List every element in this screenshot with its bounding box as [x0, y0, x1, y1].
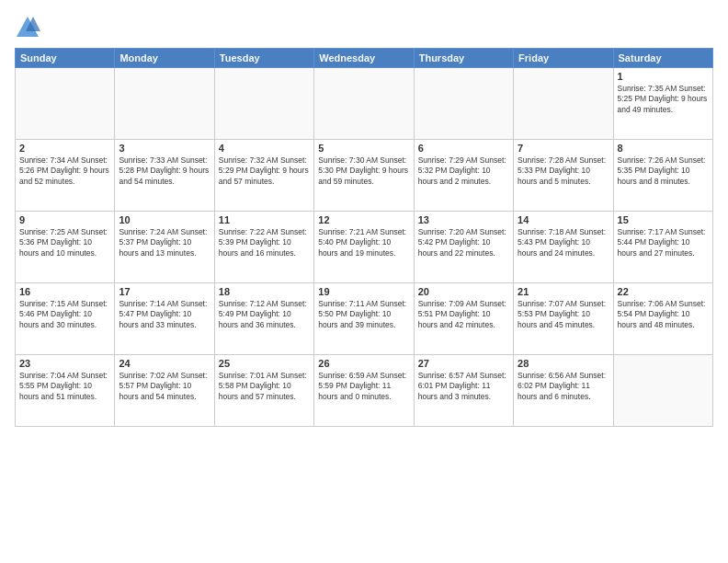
week-row: 16Sunrise: 7:15 AM Sunset: 5:46 PM Dayli… — [16, 283, 713, 355]
logo-icon — [15, 15, 40, 40]
day-number: 8 — [618, 143, 709, 154]
calendar-cell: 26Sunrise: 6:59 AM Sunset: 5:59 PM Dayli… — [314, 355, 414, 427]
day-info: Sunrise: 7:14 AM Sunset: 5:47 PM Dayligh… — [119, 299, 210, 330]
calendar-table: SundayMondayTuesdayWednesdayThursdayFrid… — [15, 48, 713, 427]
day-info: Sunrise: 7:02 AM Sunset: 5:57 PM Dayligh… — [119, 371, 210, 402]
day-number: 21 — [518, 286, 609, 297]
weekday-header: Saturday — [613, 49, 712, 68]
day-info: Sunrise: 6:56 AM Sunset: 6:02 PM Dayligh… — [518, 371, 609, 402]
week-row: 2Sunrise: 7:34 AM Sunset: 5:26 PM Daylig… — [16, 140, 713, 212]
day-info: Sunrise: 7:25 AM Sunset: 5:36 PM Dayligh… — [19, 227, 110, 259]
calendar-cell: 18Sunrise: 7:12 AM Sunset: 5:49 PM Dayli… — [214, 283, 313, 355]
calendar-cell: 2Sunrise: 7:34 AM Sunset: 5:26 PM Daylig… — [16, 140, 115, 212]
calendar-cell: 20Sunrise: 7:09 AM Sunset: 5:51 PM Dayli… — [414, 283, 513, 355]
day-info: Sunrise: 7:01 AM Sunset: 5:58 PM Dayligh… — [219, 371, 310, 402]
day-info: Sunrise: 7:15 AM Sunset: 5:46 PM Dayligh… — [19, 299, 110, 330]
day-number: 2 — [19, 143, 110, 154]
weekday-row: SundayMondayTuesdayWednesdayThursdayFrid… — [16, 49, 713, 68]
calendar-cell: 13Sunrise: 7:20 AM Sunset: 5:42 PM Dayli… — [414, 212, 513, 283]
logo — [15, 15, 44, 40]
day-number: 14 — [518, 214, 609, 225]
calendar-cell — [613, 355, 712, 427]
day-number: 16 — [19, 286, 110, 297]
calendar-page: SundayMondayTuesdayWednesdayThursdayFrid… — [0, 0, 728, 563]
day-number: 19 — [318, 286, 409, 297]
day-info: Sunrise: 7:28 AM Sunset: 5:33 PM Dayligh… — [518, 155, 609, 187]
calendar-cell: 3Sunrise: 7:33 AM Sunset: 5:28 PM Daylig… — [115, 140, 214, 212]
day-info: Sunrise: 7:34 AM Sunset: 5:26 PM Dayligh… — [19, 155, 110, 187]
calendar-cell: 6Sunrise: 7:29 AM Sunset: 5:32 PM Daylig… — [414, 140, 513, 212]
calendar-cell — [115, 68, 214, 140]
day-info: Sunrise: 7:12 AM Sunset: 5:49 PM Dayligh… — [219, 299, 310, 330]
week-row: 9Sunrise: 7:25 AM Sunset: 5:36 PM Daylig… — [16, 212, 713, 283]
weekday-header: Friday — [514, 49, 613, 68]
day-number: 28 — [518, 358, 609, 369]
calendar-cell: 11Sunrise: 7:22 AM Sunset: 5:39 PM Dayli… — [214, 212, 313, 283]
calendar-cell — [514, 68, 613, 140]
weekday-header: Tuesday — [214, 49, 313, 68]
calendar-cell: 7Sunrise: 7:28 AM Sunset: 5:33 PM Daylig… — [514, 140, 613, 212]
calendar-cell: 21Sunrise: 7:07 AM Sunset: 5:53 PM Dayli… — [514, 283, 613, 355]
day-info: Sunrise: 7:09 AM Sunset: 5:51 PM Dayligh… — [418, 299, 509, 330]
calendar-cell: 25Sunrise: 7:01 AM Sunset: 5:58 PM Dayli… — [214, 355, 313, 427]
day-number: 4 — [219, 143, 310, 154]
day-number: 23 — [19, 358, 110, 369]
day-info: Sunrise: 7:06 AM Sunset: 5:54 PM Dayligh… — [618, 299, 709, 330]
day-number: 6 — [418, 143, 509, 154]
weekday-header: Wednesday — [314, 49, 414, 68]
calendar-cell: 17Sunrise: 7:14 AM Sunset: 5:47 PM Dayli… — [115, 283, 214, 355]
calendar-cell: 22Sunrise: 7:06 AM Sunset: 5:54 PM Dayli… — [613, 283, 712, 355]
calendar-cell: 4Sunrise: 7:32 AM Sunset: 5:29 PM Daylig… — [214, 140, 313, 212]
calendar-cell — [414, 68, 513, 140]
day-number: 5 — [318, 143, 409, 154]
day-info: Sunrise: 7:22 AM Sunset: 5:39 PM Dayligh… — [219, 227, 310, 259]
calendar-cell: 15Sunrise: 7:17 AM Sunset: 5:44 PM Dayli… — [613, 212, 712, 283]
calendar-cell: 24Sunrise: 7:02 AM Sunset: 5:57 PM Dayli… — [115, 355, 214, 427]
day-number: 15 — [618, 214, 709, 225]
week-row: 1Sunrise: 7:35 AM Sunset: 5:25 PM Daylig… — [16, 68, 713, 140]
day-info: Sunrise: 7:21 AM Sunset: 5:40 PM Dayligh… — [318, 227, 409, 259]
calendar-cell: 1Sunrise: 7:35 AM Sunset: 5:25 PM Daylig… — [613, 68, 712, 140]
calendar-cell: 5Sunrise: 7:30 AM Sunset: 5:30 PM Daylig… — [314, 140, 414, 212]
calendar-cell: 8Sunrise: 7:26 AM Sunset: 5:35 PM Daylig… — [613, 140, 712, 212]
day-info: Sunrise: 7:17 AM Sunset: 5:44 PM Dayligh… — [618, 227, 709, 259]
day-info: Sunrise: 7:11 AM Sunset: 5:50 PM Dayligh… — [318, 299, 409, 330]
day-number: 1 — [618, 71, 709, 82]
weekday-header: Monday — [115, 49, 214, 68]
calendar-cell: 28Sunrise: 6:56 AM Sunset: 6:02 PM Dayli… — [514, 355, 613, 427]
day-info: Sunrise: 7:26 AM Sunset: 5:35 PM Dayligh… — [618, 155, 709, 187]
day-number: 27 — [418, 358, 509, 369]
day-info: Sunrise: 6:59 AM Sunset: 5:59 PM Dayligh… — [318, 371, 409, 402]
day-number: 20 — [418, 286, 509, 297]
calendar-cell: 10Sunrise: 7:24 AM Sunset: 5:37 PM Dayli… — [115, 212, 214, 283]
calendar-cell — [214, 68, 313, 140]
day-info: Sunrise: 7:07 AM Sunset: 5:53 PM Dayligh… — [518, 299, 609, 330]
day-info: Sunrise: 7:04 AM Sunset: 5:55 PM Dayligh… — [19, 371, 110, 402]
day-info: Sunrise: 7:18 AM Sunset: 5:43 PM Dayligh… — [518, 227, 609, 259]
calendar-cell: 14Sunrise: 7:18 AM Sunset: 5:43 PM Dayli… — [514, 212, 613, 283]
calendar-cell: 19Sunrise: 7:11 AM Sunset: 5:50 PM Dayli… — [314, 283, 414, 355]
day-number: 9 — [19, 214, 110, 225]
header — [15, 15, 713, 40]
weekday-header: Thursday — [414, 49, 513, 68]
calendar-cell: 16Sunrise: 7:15 AM Sunset: 5:46 PM Dayli… — [16, 283, 115, 355]
day-info: Sunrise: 7:35 AM Sunset: 5:25 PM Dayligh… — [618, 84, 709, 115]
calendar-cell: 23Sunrise: 7:04 AM Sunset: 5:55 PM Dayli… — [16, 355, 115, 427]
day-info: Sunrise: 7:20 AM Sunset: 5:42 PM Dayligh… — [418, 227, 509, 259]
calendar-header: SundayMondayTuesdayWednesdayThursdayFrid… — [16, 49, 713, 68]
calendar-cell — [16, 68, 115, 140]
week-row: 23Sunrise: 7:04 AM Sunset: 5:55 PM Dayli… — [16, 355, 713, 427]
day-info: Sunrise: 7:33 AM Sunset: 5:28 PM Dayligh… — [119, 155, 210, 187]
day-number: 18 — [219, 286, 310, 297]
day-number: 17 — [119, 286, 210, 297]
day-number: 3 — [119, 143, 210, 154]
day-number: 13 — [418, 214, 509, 225]
weekday-header: Sunday — [16, 49, 115, 68]
day-info: Sunrise: 6:57 AM Sunset: 6:01 PM Dayligh… — [418, 371, 509, 402]
day-info: Sunrise: 7:32 AM Sunset: 5:29 PM Dayligh… — [219, 155, 310, 187]
day-number: 26 — [318, 358, 409, 369]
day-info: Sunrise: 7:30 AM Sunset: 5:30 PM Dayligh… — [318, 155, 409, 187]
calendar-cell: 12Sunrise: 7:21 AM Sunset: 5:40 PM Dayli… — [314, 212, 414, 283]
day-info: Sunrise: 7:24 AM Sunset: 5:37 PM Dayligh… — [119, 227, 210, 259]
calendar-cell: 27Sunrise: 6:57 AM Sunset: 6:01 PM Dayli… — [414, 355, 513, 427]
